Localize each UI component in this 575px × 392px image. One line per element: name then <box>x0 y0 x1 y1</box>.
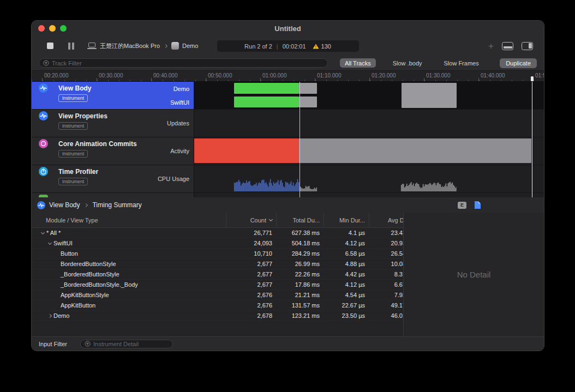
segment-slow-body[interactable]: Slow .body <box>388 58 427 68</box>
run-label: Run 2 of 2 <box>244 43 272 50</box>
ruler-tick-label: 01:20.000 <box>372 73 396 79</box>
cell-count: 2,677 <box>226 281 276 288</box>
add-instrument-button[interactable]: + <box>488 41 494 51</box>
target-name: Demo <box>182 43 198 49</box>
ruler-tick-mark <box>260 78 261 81</box>
no-detail-label: No Detail <box>457 270 491 279</box>
cell-module: _BorderedButtonStyle <box>32 271 226 278</box>
cell-total-duration: 131.57 ms <box>276 302 324 309</box>
activity-block <box>298 83 317 94</box>
cell-module: * All * <box>32 230 226 236</box>
column-header-min-duration[interactable]: Min Dur... <box>324 213 369 227</box>
right-panel-toggle[interactable] <box>522 42 533 50</box>
disclosure-slot[interactable] <box>46 243 53 244</box>
track-header[interactable]: View BodyInstrumentDemoSwiftUI <box>32 82 194 109</box>
table-row-all[interactable]: * All *26,771627.38 ms4.1 µs23.43 µs <box>32 228 403 238</box>
cell-avg-duration: 46.01 µs <box>369 312 403 319</box>
track-filter-field[interactable] <box>39 58 328 68</box>
cell-count: 2,676 <box>226 302 276 309</box>
column-header-count[interactable]: Count <box>226 213 276 227</box>
playhead-line[interactable] <box>300 82 300 197</box>
ruler-tick-label: 00:20.000 <box>44 73 69 79</box>
table-header-row: Module / View TypeCountTotal Du...Min Du… <box>32 213 403 228</box>
table-row-borderedbuttonstyle[interactable]: BorderedButtonStyle2,67726.99 ms4.88 µs1… <box>32 259 403 269</box>
breadcrumb-root[interactable]: View Body <box>49 201 80 209</box>
table-body: * All *26,771627.38 ms4.1 µs23.43 µsSwif… <box>32 228 403 336</box>
track-timeline[interactable] <box>194 110 544 137</box>
cell-module: AppKitButtonStyle <box>32 292 226 298</box>
stop-button[interactable] <box>47 43 53 49</box>
playhead-line[interactable] <box>532 82 532 197</box>
bottom-panel-toggle[interactable] <box>502 42 513 50</box>
cpu-usage-waveform <box>300 182 318 191</box>
instrument-detail-filter-field[interactable] <box>80 340 173 348</box>
app-icon <box>171 42 179 50</box>
track-filter-segments: All TracksSlow .bodySlow Frames <box>340 58 484 68</box>
track-header[interactable]: Time ProfilerInstrumentCPU Usage <box>32 165 194 192</box>
disclosure-open-icon[interactable] <box>41 230 45 234</box>
table-row-appkitbuttonstyle[interactable]: AppKitButtonStyle2,67621.21 ms4.54 µs7.9… <box>32 290 403 300</box>
cell-avg-duration: 10.08 µs <box>369 261 403 267</box>
segment-all-tracks[interactable]: All Tracks <box>340 58 376 68</box>
disclosure-closed-icon[interactable] <box>48 313 52 317</box>
track-header[interactable]: Core Animation CommitsInstrumentActivity <box>32 137 194 165</box>
column-header-label: Min Dur... <box>339 217 365 224</box>
filter-icon <box>85 341 91 347</box>
cell-total-duration: 26.99 ms <box>276 261 324 267</box>
disclosure-open-icon[interactable] <box>48 240 52 244</box>
view-body-icon <box>39 83 48 93</box>
detail-breadcrumb-bar: View Body Timing Summary E <box>32 197 544 213</box>
timing-summary-table: Module / View TypeCountTotal Du...Min Du… <box>32 213 403 336</box>
disclosure-slot[interactable] <box>39 232 46 234</box>
duplicate-button[interactable]: Duplicate <box>500 58 537 68</box>
column-header-avg-duration[interactable]: Avg Dur... <box>369 213 403 227</box>
bottom-panel-icon <box>504 46 512 49</box>
table-row-borderedbuttonstyle[interactable]: _BorderedButtonStyle2,67722.26 ms4.42 µs… <box>32 269 403 280</box>
track-row-time-profiler[interactable]: Time ProfilerInstrumentCPU Usage <box>32 165 544 193</box>
titlebar[interactable]: Untitled <box>32 21 544 36</box>
track-timeline[interactable] <box>194 137 544 165</box>
track-row-core-animation-commits[interactable]: Core Animation CommitsInstrumentActivity <box>32 137 544 165</box>
detail-bottom-bar: Input Filter <box>32 336 544 351</box>
column-header-module[interactable]: Module / View Type <box>32 213 226 227</box>
track-timeline[interactable] <box>194 165 544 192</box>
ruler-tick-mark <box>206 78 206 81</box>
module-label: AppKitButton <box>61 302 95 309</box>
target-device-picker[interactable]: 王楚江的MacBook Pro Demo <box>87 42 198 50</box>
segment-slow-frames[interactable]: Slow Frames <box>439 58 484 68</box>
cell-total-duration: 504.18 ms <box>276 240 324 246</box>
chevron-right-icon <box>164 44 167 47</box>
column-header-total-duration[interactable]: Total Du... <box>276 213 324 227</box>
track-header[interactable]: View PropertiesInstrumentUpdates <box>32 110 194 137</box>
pause-button[interactable] <box>68 43 74 50</box>
table-row-borderedbuttonstyle-body[interactable]: _BorderedButtonStyle._Body2,67717.86 ms4… <box>32 280 403 290</box>
track-row-view-body[interactable]: View BodyInstrumentDemoSwiftUI <box>32 82 544 110</box>
extended-detail-toggle[interactable]: E <box>458 202 466 209</box>
cell-total-duration: 22.26 ms <box>276 271 324 278</box>
breadcrumb-page[interactable]: Timing Summary <box>92 201 141 209</box>
core-animation-commits-icon <box>39 139 48 148</box>
lane-label: SwiftUI <box>170 99 189 106</box>
module-label: AppKitButtonStyle <box>61 292 109 298</box>
activity-block <box>298 97 317 107</box>
track-timeline[interactable] <box>194 82 544 109</box>
track-timeline[interactable] <box>194 193 544 197</box>
track-filter-input[interactable] <box>52 60 324 67</box>
input-filter-label[interactable]: Input Filter <box>39 341 67 347</box>
track-row-view-properties[interactable]: View PropertiesInstrumentUpdates <box>32 110 544 137</box>
disclosure-slot[interactable] <box>46 315 53 317</box>
table-row-appkitbutton[interactable]: AppKitButton2,676131.57 ms22.67 µs49.17 … <box>32 300 403 311</box>
column-header-label: Avg Dur... <box>388 217 403 224</box>
instrument-detail-input[interactable] <box>93 341 169 347</box>
track-header[interactable] <box>32 193 194 197</box>
cell-avg-duration: 7.93 µs <box>369 292 403 298</box>
timeline-ruler[interactable]: 00:20.00000:30.00000:40.00000:50.00001:0… <box>32 71 544 82</box>
table-row-swiftui[interactable]: SwiftUI24,093504.18 ms4.12 µs20.93 µs <box>32 238 403 249</box>
track-row-partial[interactable] <box>32 193 544 197</box>
warning-badge[interactable]: 130 <box>313 43 331 50</box>
run-notes-icon[interactable] <box>475 201 481 209</box>
table-row-demo[interactable]: Demo2,678123.21 ms23.50 µs46.01 µs <box>32 311 403 321</box>
table-row-button[interactable]: Button10,710284.29 ms6.58 µs26.54 µs <box>32 249 403 259</box>
ruler-tick-mark <box>315 78 315 81</box>
playhead-handle[interactable] <box>531 76 534 81</box>
